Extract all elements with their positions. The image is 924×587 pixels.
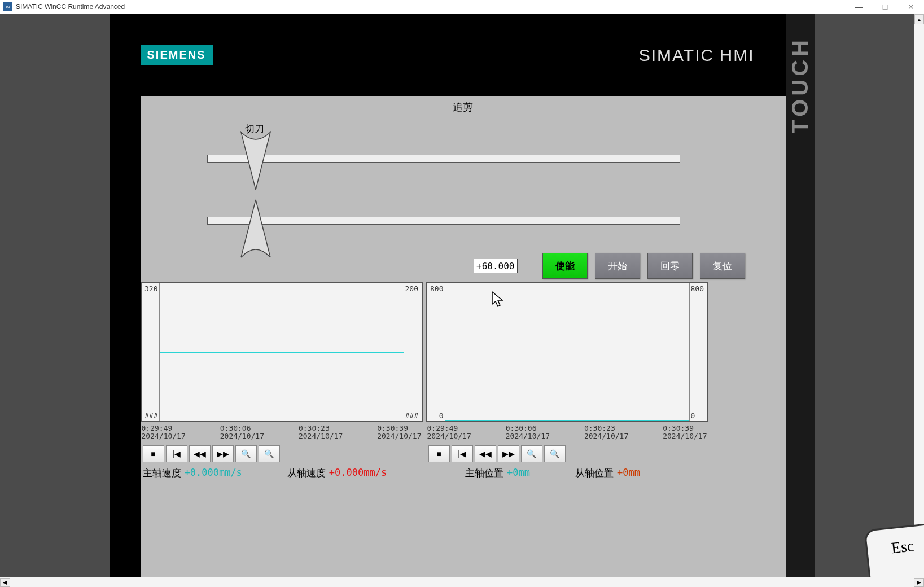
y-val: 0 [428, 411, 444, 420]
scroll-track[interactable] [914, 24, 924, 567]
trend-rewind-button[interactable]: ◀◀ [189, 445, 211, 462]
trend-stop-button[interactable]: ■ [143, 445, 164, 462]
scroll-track[interactable] [10, 578, 914, 587]
x-tick: 0:30:062024/10/17 [506, 424, 550, 441]
touch-label: TOUCH [787, 37, 813, 133]
cutter-diagram: 切刀 使能 开始 回零 复位 [141, 121, 786, 279]
trend-rewind-button[interactable]: ◀◀ [475, 445, 496, 462]
status-row: 主轴速度 +0.000mm/s 从轴速度 +0.000mm/s 主轴位置 +0m… [141, 467, 786, 480]
reset-button[interactable]: 复位 [700, 253, 745, 279]
trend-pos-toolbar: ■ |◀ ◀◀ ▶▶ 🔍 🔍 [426, 445, 708, 462]
plot-canvas [160, 283, 404, 421]
y-val: 800 [428, 284, 444, 293]
y-val: ### [143, 411, 158, 420]
horizontal-scrollbar[interactable]: ◀ ▶ [0, 577, 924, 587]
target-value-input[interactable] [474, 259, 518, 273]
material-top-bar [207, 155, 680, 163]
trend-zoomin-button[interactable]: 🔍 [521, 445, 542, 462]
brand-bar: SIEMENS SIMATIC HMI [110, 14, 786, 96]
trend-speed-toolbar: ■ |◀ ◀◀ ▶▶ 🔍 🔍 [141, 445, 423, 462]
app-icon: W [3, 2, 12, 11]
x-tick: 0:30:062024/10/17 [220, 424, 264, 441]
trend-first-button[interactable]: |◀ [452, 445, 473, 462]
cutter-bottom-icon [240, 198, 271, 260]
control-row: 使能 开始 回零 复位 [474, 253, 745, 279]
home-button[interactable]: 回零 [647, 253, 693, 279]
plot-canvas [445, 283, 689, 421]
trend-stop-button[interactable]: ■ [428, 445, 450, 462]
x-tick: 0:29:492024/10/17 [427, 424, 471, 441]
window-title: SIMATIC WinCC Runtime Advanced [16, 3, 125, 11]
trend-first-button[interactable]: |◀ [166, 445, 187, 462]
minimize-button[interactable]: — [846, 0, 872, 14]
cutter-top-icon [240, 130, 271, 192]
trace-line [445, 420, 689, 421]
scroll-up-icon[interactable]: ▲ [914, 14, 924, 24]
y-val: 200 [405, 284, 421, 293]
status-master-speed: 主轴速度 +0.000mm/s [143, 467, 242, 480]
status-master-position: 主轴位置 +0mm [465, 467, 530, 480]
viewport: SIEMENS SIMATIC HMI 追剪 切刀 [0, 14, 924, 577]
status-label: 从轴位置 [575, 467, 614, 480]
trend-panel-speed: 320 ### 200 ### [141, 282, 423, 462]
status-value: +0mm [617, 467, 640, 480]
trend-speed-y-left: 320 ### [142, 283, 160, 421]
scroll-right-icon[interactable]: ▶ [914, 578, 924, 587]
hmi-main: SIEMENS SIMATIC HMI 追剪 切刀 [110, 14, 786, 577]
status-label: 主轴位置 [465, 467, 503, 480]
y-val: ### [405, 411, 421, 420]
status-label: 从轴速度 [287, 467, 326, 480]
close-button[interactable]: ✕ [898, 0, 924, 14]
trend-forward-button[interactable]: ▶▶ [498, 445, 519, 462]
trend-speed-y-right: 200 ### [404, 283, 422, 421]
status-slave-speed: 从轴速度 +0.000mm/s [287, 467, 387, 480]
window-controls: — □ ✕ [846, 0, 924, 14]
hmi-frame: SIEMENS SIMATIC HMI 追剪 切刀 [110, 14, 815, 577]
esc-key-graphic: Esc [864, 523, 924, 577]
status-value: +0.000mm/s [185, 467, 242, 480]
enable-button[interactable]: 使能 [542, 253, 588, 279]
trend-pos-y-left: 800 0 [427, 283, 445, 421]
material-bottom-bar [207, 217, 680, 225]
x-tick: 0:30:392024/10/17 [663, 424, 707, 441]
status-slave-position: 从轴位置 +0mm [575, 467, 640, 480]
status-label: 主轴速度 [143, 467, 181, 480]
x-tick: 0:29:492024/10/17 [142, 424, 186, 441]
trace-line [160, 352, 404, 353]
trend-speed-x-ticks: 0:29:492024/10/17 0:30:062024/10/17 0:30… [141, 422, 423, 443]
trend-plot-position[interactable]: 800 0 800 0 [426, 282, 708, 422]
x-tick: 0:30:232024/10/17 [299, 424, 343, 441]
simatic-hmi-label: SIMATIC HMI [639, 46, 755, 65]
trend-zoomout-button[interactable]: 🔍 [259, 445, 280, 462]
trend-pos-y-right: 800 0 [689, 283, 707, 421]
esc-label: Esc [890, 537, 915, 557]
touch-tab: TOUCH [786, 14, 815, 577]
x-tick: 0:30:392024/10/17 [377, 424, 421, 441]
siemens-logo: SIEMENS [141, 45, 213, 65]
trend-zoomin-button[interactable]: 🔍 [235, 445, 257, 462]
status-position-group: 主轴位置 +0mm 从轴位置 +0mm [463, 467, 786, 480]
y-val: 0 [691, 411, 706, 420]
page-title: 追剪 [141, 100, 786, 114]
maximize-button[interactable]: □ [872, 0, 898, 14]
y-val: 320 [143, 284, 158, 293]
status-speed-group: 主轴速度 +0.000mm/s 从轴速度 +0.000mm/s [141, 467, 463, 480]
hmi-screen: 追剪 切刀 使能 开始 [141, 96, 786, 577]
trend-pos-x-ticks: 0:29:492024/10/17 0:30:062024/10/17 0:30… [426, 422, 708, 443]
scroll-left-icon[interactable]: ◀ [0, 578, 10, 587]
trend-forward-button[interactable]: ▶▶ [212, 445, 234, 462]
trend-plot-speed[interactable]: 320 ### 200 ### [141, 282, 423, 422]
status-value: +0mm [507, 467, 530, 480]
trend-zoomout-button[interactable]: 🔍 [544, 445, 566, 462]
trend-panel-position: 800 0 800 0 [426, 282, 708, 462]
vertical-scrollbar[interactable]: ▲ ▼ [914, 14, 924, 577]
start-button[interactable]: 开始 [595, 253, 640, 279]
trend-row: 320 ### 200 ### [141, 279, 786, 462]
status-value: +0.000mm/s [329, 467, 387, 480]
y-val: 800 [691, 284, 706, 293]
plot-body [160, 283, 404, 421]
x-tick: 0:30:232024/10/17 [584, 424, 628, 441]
plot-body [445, 283, 689, 421]
window-titlebar: W SIMATIC WinCC Runtime Advanced — □ ✕ [0, 0, 924, 14]
